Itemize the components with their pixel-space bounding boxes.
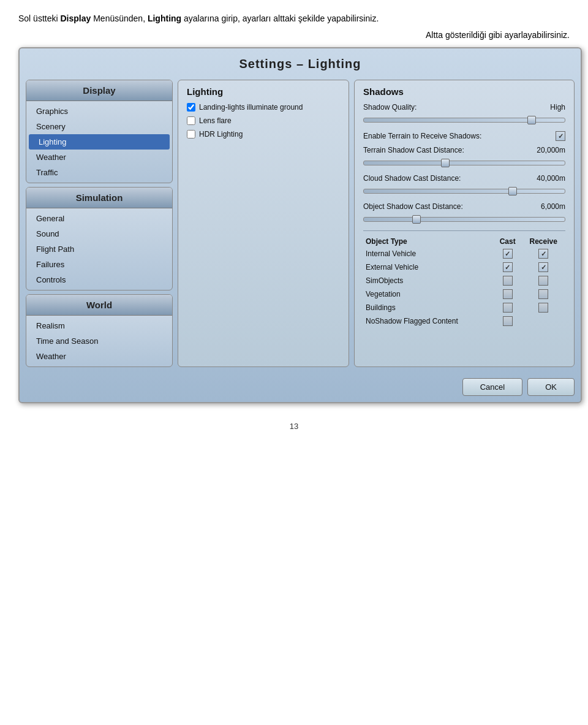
simobjects-label: SimObjects	[363, 274, 494, 287]
enable-terrain-checkbox[interactable]	[556, 131, 565, 141]
sidebar-item-realism[interactable]: Realism	[26, 318, 172, 333]
internal-vehicle-label: Internal Vehicle	[363, 247, 494, 260]
sidebar-item-graphics[interactable]: Graphics	[26, 104, 172, 119]
enable-terrain-label: Enable Terrain to Receive Shadows:	[363, 132, 556, 140]
object-type-table: Object Type Cast Receive Internal Vehicl…	[363, 236, 565, 328]
enable-terrain-row: Enable Terrain to Receive Shadows:	[363, 131, 565, 141]
lighting-panel: Lighting Landing-lights illuminate groun…	[178, 80, 349, 367]
dialog-title: Settings – Lighting	[20, 48, 581, 80]
terrain-shadow-dist-slider-wrap	[363, 157, 565, 168]
sidebar: Display Graphics Scenery Lighting Weathe…	[26, 80, 173, 367]
vegetation-receive[interactable]	[521, 287, 565, 301]
sidebar-item-lighting[interactable]: Lighting	[29, 134, 170, 150]
bottom-caption: Altta gösterildiği gibi ayarlayabilirsin…	[18, 30, 570, 40]
vegetation-label: Vegetation	[363, 287, 494, 301]
simulation-section-header: Simulation	[26, 188, 172, 208]
ok-button[interactable]: OK	[527, 378, 575, 396]
shadow-quality-value: High	[535, 103, 565, 112]
top-text: Sol üstteki Display Menüsünden, Lighting…	[18, 12, 570, 25]
buildings-cast[interactable]	[494, 301, 522, 314]
cloud-shadow-dist-slider[interactable]	[363, 189, 565, 194]
sidebar-item-traffic[interactable]: Traffic	[26, 165, 172, 180]
noshadow-receive	[521, 314, 565, 328]
buildings-label: Buildings	[363, 301, 494, 314]
settings-dialog: Settings – Lighting Display Graphics Sce…	[18, 47, 582, 403]
display-items: Graphics Scenery Lighting Weather Traffi…	[26, 101, 172, 183]
sidebar-item-sound[interactable]: Sound	[26, 226, 172, 241]
sidebar-section-world: World Realism Time and Season Weather	[26, 294, 173, 367]
page-wrapper: Sol üstteki Display Menüsünden, Lighting…	[0, 0, 588, 443]
shadow-quality-slider[interactable]	[363, 118, 565, 123]
buildings-receive[interactable]	[521, 301, 565, 314]
sidebar-section-display: Display Graphics Scenery Lighting Weathe…	[26, 80, 173, 183]
sidebar-item-scenery[interactable]: Scenery	[26, 119, 172, 134]
landing-lights-label: Landing-lights illuminate ground	[199, 103, 303, 112]
divider	[363, 230, 565, 231]
shadow-quality-slider-wrap	[363, 114, 565, 125]
cast-col-header: Cast	[494, 236, 522, 247]
landing-lights-option: Landing-lights illuminate ground	[187, 103, 340, 112]
table-row: Vegetation	[363, 287, 565, 301]
object-shadow-dist-row: Object Shadow Cast Distance: 6,000m	[363, 202, 565, 211]
internal-vehicle-receive[interactable]	[521, 247, 565, 260]
cloud-shadow-dist-value: 40,000m	[535, 174, 565, 183]
sidebar-item-weather[interactable]: Weather	[26, 150, 172, 165]
cloud-shadow-dist-label: Cloud Shadow Cast Distance:	[363, 174, 535, 183]
noshadow-cast[interactable]	[494, 314, 522, 328]
sidebar-item-flight-path[interactable]: Flight Path	[26, 241, 172, 257]
simulation-items: General Sound Flight Path Failures Contr…	[26, 208, 172, 290]
display-scroll-area: Graphics Scenery Lighting Weather Traffi…	[26, 101, 172, 183]
obj-type-col-header: Object Type	[363, 236, 494, 247]
page-number: 13	[18, 422, 570, 431]
external-vehicle-label: External Vehicle	[363, 260, 494, 274]
terrain-shadow-dist-value: 20,000m	[535, 146, 565, 154]
table-row: SimObjects	[363, 274, 565, 287]
object-shadow-dist-value: 6,000m	[535, 202, 565, 211]
main-content: Lighting Landing-lights illuminate groun…	[178, 80, 575, 367]
external-vehicle-cast[interactable]	[494, 260, 522, 274]
dialog-footer: Cancel OK	[20, 373, 581, 402]
lens-flare-option: Lens flare	[187, 116, 340, 125]
hdr-lighting-label: HDR Lighting	[199, 130, 243, 139]
landing-lights-checkbox[interactable]	[187, 103, 195, 112]
object-shadow-dist-slider[interactable]	[363, 217, 565, 222]
vegetation-cast[interactable]	[494, 287, 522, 301]
sidebar-item-world-weather[interactable]: Weather	[26, 349, 172, 364]
shadow-quality-row: Shadow Quality: High	[363, 103, 565, 112]
lighting-panel-header: Lighting	[187, 86, 340, 97]
object-shadow-dist-label: Object Shadow Cast Distance:	[363, 202, 535, 211]
table-row: Buildings	[363, 301, 565, 314]
cloud-shadow-dist-slider-wrap	[363, 185, 565, 196]
sidebar-item-time-season[interactable]: Time and Season	[26, 333, 172, 349]
sidebar-section-simulation: Simulation General Sound Flight Path Fai…	[26, 187, 173, 290]
sidebar-item-general[interactable]: General	[26, 211, 172, 226]
cancel-button[interactable]: Cancel	[462, 378, 522, 396]
display-section-header: Display	[26, 80, 172, 101]
lens-flare-checkbox[interactable]	[187, 116, 195, 125]
hdr-lighting-checkbox[interactable]	[187, 130, 195, 139]
table-row: Internal Vehicle	[363, 247, 565, 260]
lens-flare-label: Lens flare	[199, 116, 232, 125]
simobjects-cast[interactable]	[494, 274, 522, 287]
noshadow-label: NoShadow Flagged Content	[363, 314, 494, 328]
internal-vehicle-cast[interactable]	[494, 247, 522, 260]
terrain-shadow-dist-row: Terrain Shadow Cast Distance: 20,000m	[363, 146, 565, 154]
table-row: NoShadow Flagged Content	[363, 314, 565, 328]
shadow-quality-label: Shadow Quality:	[363, 103, 535, 112]
terrain-shadow-dist-label: Terrain Shadow Cast Distance:	[363, 146, 535, 154]
world-section-header: World	[26, 295, 172, 316]
shadows-panel: Shadows Shadow Quality: High Enable Terr…	[354, 80, 575, 367]
simobjects-receive[interactable]	[521, 274, 565, 287]
receive-col-header: Receive	[521, 236, 565, 247]
terrain-shadow-dist-slider[interactable]	[363, 161, 565, 165]
object-shadow-dist-slider-wrap	[363, 213, 565, 224]
external-vehicle-receive[interactable]	[521, 260, 565, 274]
cloud-shadow-dist-row: Cloud Shadow Cast Distance: 40,000m	[363, 174, 565, 183]
display-bold: Display	[60, 13, 91, 23]
table-row: External Vehicle	[363, 260, 565, 274]
lighting-bold: Lighting	[148, 13, 181, 23]
sidebar-item-failures[interactable]: Failures	[26, 257, 172, 272]
world-items: Realism Time and Season Weather	[26, 316, 172, 366]
hdr-lighting-option: HDR Lighting	[187, 130, 340, 139]
sidebar-item-controls[interactable]: Controls	[26, 272, 172, 287]
